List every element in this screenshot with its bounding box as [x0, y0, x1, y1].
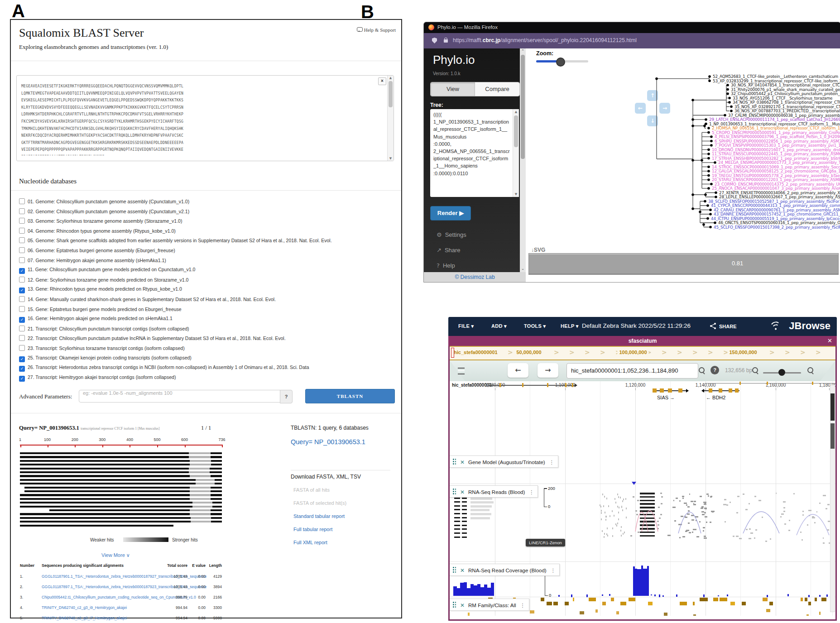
read[interactable] [695, 516, 698, 518]
read[interactable] [618, 496, 619, 498]
hit-bar[interactable] [20, 517, 191, 519]
sequence-link[interactable]: TRINITY_DN62740_c2_g3_i9_Hemitrygon_akaj… [42, 605, 127, 610]
tree-leaf-label[interactable]: 46_ONCTS_ENSOTSP00005060316_1_pep_primar… [718, 220, 840, 225]
sequence-scrollbar[interactable]: ▲ ▼ [387, 76, 394, 161]
checkbox-unchecked[interactable] [19, 198, 25, 204]
read[interactable] [679, 537, 681, 538]
read[interactable] [470, 505, 492, 508]
read[interactable] [608, 505, 609, 507]
hit-bar-weak[interactable] [190, 464, 211, 465]
tab-view[interactable]: View [431, 82, 475, 96]
gene-feature[interactable] [488, 385, 576, 386]
read[interactable] [788, 530, 790, 531]
hit-bar[interactable] [210, 471, 222, 473]
repeat-block[interactable] [769, 602, 773, 605]
read[interactable] [623, 533, 624, 535]
scroll-up-icon[interactable]: ▲ [388, 76, 394, 80]
hit-bar[interactable] [211, 452, 222, 454]
read[interactable] [659, 518, 661, 519]
read[interactable] [704, 537, 707, 539]
tree-leaf-label[interactable]: 17_STRHA_ENSSHBP00005003282_1_pep_primar… [712, 156, 840, 161]
repeat-block[interactable] [595, 609, 598, 613]
tracks-scrollbar[interactable] [830, 385, 835, 612]
chromosome-overview[interactable]: >>>>>>>>>>>>>>>>>>>>>>> hic_stefa0000000… [450, 346, 835, 360]
checkbox-unchecked[interactable] [19, 277, 25, 283]
menu-file[interactable]: FILE ▾ [458, 323, 474, 329]
repeat-block[interactable] [468, 613, 470, 616]
gene-feature[interactable] [706, 383, 835, 383]
checkbox-checked[interactable]: ✓ [19, 366, 25, 372]
database-option[interactable]: ✓25. Transcript: Okamejei kenojei protei… [19, 355, 192, 363]
scroll-up-icon[interactable]: ▲ [513, 110, 519, 114]
checkbox-unchecked[interactable] [19, 257, 25, 263]
repeat-block[interactable] [821, 598, 826, 601]
read[interactable] [620, 530, 621, 532]
read[interactable] [615, 502, 616, 503]
hit-bar[interactable] [215, 479, 222, 481]
read[interactable] [621, 526, 622, 528]
hit-bar[interactable] [20, 513, 190, 515]
read[interactable] [688, 510, 690, 512]
read[interactable] [462, 498, 467, 499]
read[interactable] [780, 516, 782, 518]
track-header[interactable]: ✕RM Family/Class: All⋮ [450, 599, 529, 611]
query-link[interactable]: Query= NP_001390653.1 [291, 438, 365, 446]
read[interactable] [624, 532, 625, 533]
checkbox-unchecked[interactable] [19, 247, 25, 253]
database-option[interactable]: 15. Gene: Eptatretus burgeri gene models… [19, 306, 182, 314]
read[interactable] [736, 536, 739, 537]
zoom-out-icon[interactable] [752, 367, 758, 373]
read[interactable] [612, 535, 613, 537]
track-header[interactable]: ✕RNA-Seq Reads (Blood)⋮ [450, 485, 538, 498]
read[interactable] [706, 494, 709, 495]
view-more-link[interactable]: View More ∨ [101, 552, 130, 558]
tree-leaf-label[interactable]: 27_XENTR_ENSXETP00000034066_2_pep_primar… [719, 191, 840, 195]
read[interactable] [789, 520, 790, 521]
tree-leaf-label[interactable]: 37_CALMI_ENSCMIP00000046038_1_pep_primar… [728, 113, 840, 118]
read[interactable] [807, 524, 808, 526]
read[interactable] [682, 536, 685, 537]
hit-bar[interactable] [211, 475, 222, 477]
database-option[interactable]: 12. Gene: Scyliorhinus torazame gene mod… [19, 277, 188, 285]
checkbox-unchecked[interactable] [19, 208, 25, 214]
read[interactable] [691, 519, 695, 521]
read[interactable] [693, 504, 696, 505]
checkbox-unchecked[interactable] [19, 306, 25, 312]
read[interactable] [781, 513, 784, 515]
read[interactable] [765, 541, 768, 542]
sidebar-item-settings[interactable]: ⚙Settings [437, 231, 466, 238]
hit-bar[interactable] [211, 490, 222, 492]
read[interactable] [745, 509, 748, 510]
repeat-block[interactable] [700, 598, 708, 601]
tree-leaf-label[interactable]: 29_LATCH_ENSLACP00000011174_1_pep_scaffo… [709, 117, 840, 122]
close-icon[interactable]: × [378, 77, 386, 85]
read[interactable] [685, 517, 687, 518]
read[interactable] [625, 498, 626, 500]
track-menu-icon[interactable] [458, 368, 465, 374]
read[interactable] [705, 508, 706, 509]
read[interactable] [470, 517, 490, 519]
read[interactable] [754, 496, 756, 497]
pan-left-button[interactable]: ← [635, 103, 646, 114]
read[interactable] [676, 498, 678, 499]
database-option[interactable]: 03. Genome: Scyliorhinus torazame genome… [19, 218, 182, 226]
read[interactable] [814, 522, 816, 523]
close-view-icon[interactable]: ✕ [827, 337, 832, 344]
read[interactable] [693, 529, 696, 530]
repeat-block[interactable] [693, 614, 696, 616]
read[interactable] [696, 536, 699, 537]
read[interactable] [617, 522, 618, 524]
hit-bar-weak[interactable] [196, 483, 215, 484]
pan-left-button[interactable]: ← [508, 363, 528, 378]
repeat-block[interactable] [806, 614, 809, 616]
read[interactable] [685, 531, 687, 532]
hit-bar[interactable] [215, 483, 222, 484]
read[interactable] [657, 521, 659, 522]
read[interactable] [784, 523, 786, 525]
read[interactable] [827, 504, 830, 505]
tree-leaf-label[interactable]: 23_CORMO_ENSCMUP00000014375_2_pep_primar… [715, 182, 840, 187]
read[interactable] [640, 528, 655, 530]
sidebar-scrollbar[interactable]: ⌃ ⌄ [520, 48, 526, 272]
read[interactable] [667, 535, 671, 536]
read[interactable] [462, 513, 467, 514]
